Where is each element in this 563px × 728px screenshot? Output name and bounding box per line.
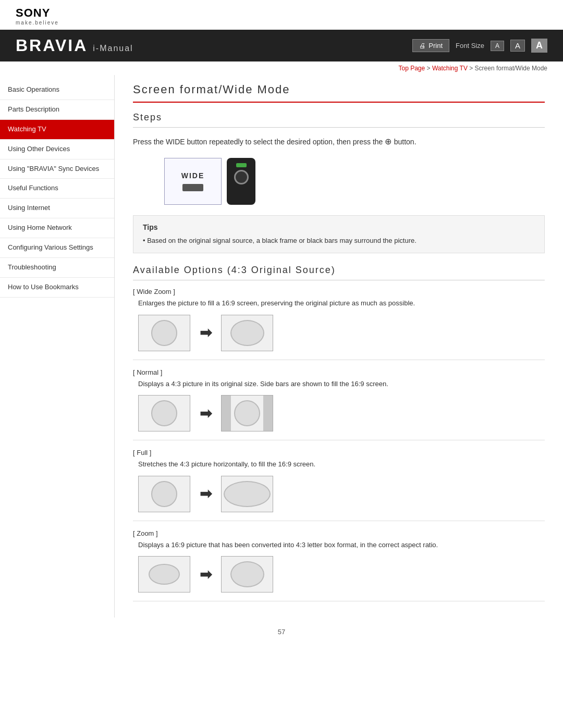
pic-before-full	[138, 476, 190, 512]
pic-after-normal	[221, 395, 273, 431]
tips-box: Tips Based on the original signal source…	[133, 215, 545, 254]
pic-circle-normal-after	[234, 400, 260, 426]
sidebar-item-troubleshooting[interactable]: Troubleshooting	[0, 258, 114, 278]
pic-before-wide-zoom	[138, 315, 190, 351]
print-button[interactable]: 🖨 Print	[412, 39, 449, 52]
print-icon: 🖨	[419, 42, 426, 50]
breadcrumb: Top Page > Watching TV > Screen format/W…	[0, 61, 563, 75]
steps-text1: Press the WIDE button repeatedly to sele…	[133, 138, 383, 146]
wide-button-label: WIDE	[181, 171, 205, 180]
steps-description: Press the WIDE button repeatedly to sele…	[133, 135, 545, 149]
pic-after-full	[221, 476, 273, 512]
font-size-label: Font Size	[456, 42, 484, 50]
sony-logo: SONY	[16, 6, 547, 20]
remote-nav-circle	[234, 170, 249, 184]
breadcrumb-current: Screen format/Wide Mode	[475, 65, 547, 72]
sony-logo-area: SONY make.believe	[0, 0, 563, 30]
option-normal-diagram: ➡	[138, 395, 545, 431]
pic-before-zoom	[138, 556, 190, 593]
tips-heading: Tips	[143, 223, 535, 231]
option-full: [ Full ] Stretches the 4:3 picture horiz…	[133, 449, 545, 512]
option-normal: [ Normal ] Displays a 4:3 picture in its…	[133, 368, 545, 432]
option-divider-3	[133, 521, 545, 521]
page-number: 57	[278, 628, 285, 636]
steps-button-icon: ⊕	[385, 137, 394, 146]
pic-after-zoom	[221, 556, 273, 593]
option-divider-1	[133, 360, 545, 360]
option-normal-label: [ Normal ]	[133, 368, 545, 376]
breadcrumb-top-page[interactable]: Top Page	[398, 65, 425, 72]
option-full-desc: Stretches the 4:3 picture horizontally, …	[133, 459, 545, 470]
pic-before-normal	[138, 395, 190, 431]
font-large-button[interactable]: A	[531, 39, 547, 53]
header-controls: 🖨 Print Font Size A A A	[412, 39, 547, 53]
arrow-icon-normal: ➡	[200, 405, 212, 422]
content-area: Screen format/Wide Mode Steps Press the …	[115, 75, 563, 618]
breadcrumb-sep1: >	[427, 65, 432, 72]
sidebar-item-using-bravia-sync[interactable]: Using "BRAVIA" Sync Devices	[0, 159, 114, 179]
header-bar: BRAVIA i-Manual 🖨 Print Font Size A A A	[0, 30, 563, 61]
breadcrumb-watching-tv[interactable]: Watching TV	[432, 65, 468, 72]
print-label: Print	[429, 42, 443, 50]
sony-tagline: make.believe	[16, 20, 547, 26]
option-zoom: [ Zoom ] Displays a 16:9 picture that ha…	[133, 529, 545, 593]
option-zoom-diagram: ➡	[138, 556, 545, 593]
option-divider-4	[133, 601, 545, 601]
sidebar-item-parts-description[interactable]: Parts Description	[0, 100, 114, 120]
remote-control-image	[227, 158, 255, 205]
option-wide-zoom-label: [ Wide Zoom ]	[133, 288, 545, 295]
font-small-button[interactable]: A	[491, 41, 504, 51]
option-normal-desc: Displays a 4:3 picture in its original s…	[133, 379, 545, 389]
pic-circle-normal-before	[151, 400, 177, 426]
wide-button-rect	[182, 184, 203, 191]
pic-circle-zoom-after	[230, 561, 264, 587]
tips-text: Based on the original signal source, a b…	[143, 236, 535, 246]
option-full-diagram: ➡	[138, 476, 545, 512]
steps-heading: Steps	[133, 112, 545, 128]
pic-sidebar-left	[222, 396, 231, 431]
pic-circle-full-before	[151, 481, 177, 507]
font-medium-button[interactable]: A	[510, 40, 525, 52]
option-zoom-label: [ Zoom ]	[133, 529, 545, 537]
option-divider-2	[133, 440, 545, 440]
option-wide-zoom-diagram: ➡	[138, 315, 545, 351]
sidebar-item-using-other-devices[interactable]: Using Other Devices	[0, 140, 114, 159]
steps-text2: button.	[394, 138, 417, 146]
option-full-label: [ Full ]	[133, 449, 545, 456]
sidebar-item-useful-functions[interactable]: Useful Functions	[0, 179, 114, 199]
arrow-icon-zoom: ➡	[200, 566, 212, 583]
sidebar-item-how-to-bookmarks[interactable]: How to Use Bookmarks	[0, 278, 114, 298]
bravia-logo: BRAVIA i-Manual	[16, 36, 133, 55]
sidebar-item-using-home-network[interactable]: Using Home Network	[0, 218, 114, 238]
pic-circle-before	[151, 320, 177, 346]
arrow-icon-full: ➡	[200, 485, 212, 502]
sidebar-item-basic-operations[interactable]: Basic Operations	[0, 80, 114, 100]
arrow-icon: ➡	[200, 324, 212, 341]
imanual-label: i-Manual	[93, 44, 133, 53]
pic-sidebar-right	[263, 396, 273, 431]
breadcrumb-sep2: >	[469, 65, 474, 72]
pic-circle-zoom-before	[149, 564, 180, 585]
main-layout: Basic Operations Parts Description Watch…	[0, 75, 563, 618]
remote-green-light	[236, 163, 247, 167]
sidebar-item-watching-tv[interactable]: Watching TV	[0, 120, 114, 140]
option-wide-zoom-desc: Enlarges the picture to fill a 16:9 scre…	[133, 298, 545, 309]
available-options-heading: Available Options (4:3 Original Source)	[133, 265, 545, 280]
option-wide-zoom: [ Wide Zoom ] Enlarges the picture to fi…	[133, 288, 545, 351]
sidebar-item-configuring-settings[interactable]: Configuring Various Settings	[0, 238, 114, 258]
bravia-title: BRAVIA	[16, 36, 88, 55]
page-footer: 57	[0, 618, 563, 646]
wide-button-box: WIDE	[164, 158, 222, 205]
pic-circle-full-after	[224, 481, 271, 507]
pic-after-wide-zoom	[221, 315, 273, 351]
sidebar-item-using-internet[interactable]: Using Internet	[0, 199, 114, 218]
sidebar: Basic Operations Parts Description Watch…	[0, 75, 115, 618]
page-title: Screen format/Wide Mode	[133, 83, 545, 103]
option-zoom-desc: Displays a 16:9 picture that has been co…	[133, 540, 545, 550]
wide-button-diagram: WIDE	[164, 158, 545, 205]
pic-circle-wide-zoom	[230, 320, 264, 346]
